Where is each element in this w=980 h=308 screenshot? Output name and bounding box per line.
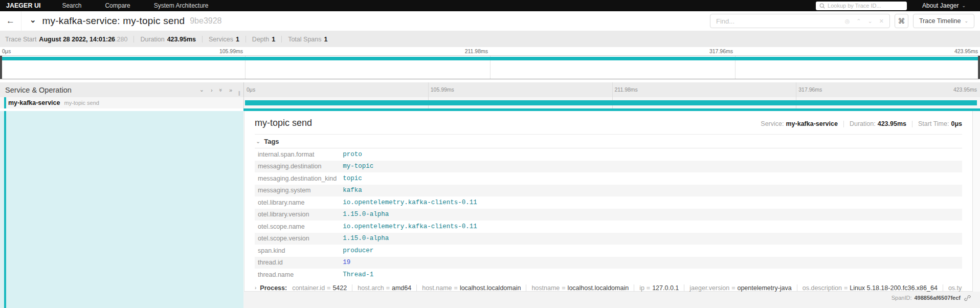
nav-right: About Jaeger ⌄ <box>816 2 966 10</box>
trace-id-search-input[interactable] <box>828 3 903 9</box>
tag-row[interactable]: span.kindproducer <box>255 245 962 257</box>
divider <box>912 121 912 127</box>
divider <box>943 284 943 291</box>
trace-id-search-box[interactable] <box>816 2 907 10</box>
detail-left-gutter <box>0 111 243 308</box>
ruler-tick: 105.99ms <box>431 86 454 93</box>
trace-view-select[interactable]: Trace Timeline ⌄ <box>913 14 974 28</box>
process-kv: host.arch=amd64 <box>358 284 411 292</box>
brand-logo[interactable]: JAEGER UI <box>6 2 40 9</box>
total-spans-label: Total Spans <box>288 36 321 43</box>
service-value: my-kafka-service <box>786 120 837 127</box>
tag-key: otel.scope.name <box>255 221 340 233</box>
span-duration-bar[interactable] <box>245 100 977 105</box>
divider <box>526 284 526 291</box>
trace-id-short: 9be3928 <box>190 16 221 26</box>
focus-match-icon[interactable]: ◎ <box>845 18 850 25</box>
start-time-value: 0μs <box>951 120 962 127</box>
minimap-span-bar <box>0 57 980 60</box>
tag-value: kafka <box>340 185 962 197</box>
nav-item-compare[interactable]: Compare <box>105 2 130 9</box>
divider <box>634 284 634 291</box>
tags-section-label: Tags <box>264 138 279 145</box>
span-row[interactable]: my-kafka-service my-topic send <box>0 97 980 108</box>
ruler-tick: 211.98ms <box>615 86 638 93</box>
find-input[interactable] <box>710 17 845 25</box>
process-kv: os.description=Linux 5.18.18-200.fc36.x8… <box>803 284 938 292</box>
expand-one-icon[interactable]: › <box>211 87 213 93</box>
detail-header: my-topic send Service: my-kafka-service … <box>255 111 962 128</box>
ruler-tick: 317.96ms <box>798 86 822 93</box>
timeline-minimap[interactable] <box>0 55 980 79</box>
span-detail-card: my-topic send Service: my-kafka-service … <box>244 111 973 292</box>
tag-row[interactable]: thread.nameThread-1 <box>255 269 962 281</box>
deep-link-icon[interactable] <box>964 295 971 301</box>
process-kv: host.name=localhost.localdomain <box>422 284 521 292</box>
prev-match-icon[interactable]: ⌃ <box>856 18 861 25</box>
tag-row[interactable]: otel.scope.nameio.opentelemetry.kafka-cl… <box>255 221 962 233</box>
tag-row[interactable]: messaging.systemkafka <box>255 185 962 197</box>
minimap-tick: 211.98ms <box>465 48 488 54</box>
next-match-icon[interactable]: ⌄ <box>868 18 873 25</box>
span-name-cell[interactable]: my-kafka-service my-topic send <box>8 97 99 108</box>
span-id-value: 498856af6507fecf <box>914 295 961 301</box>
tag-value: my-topic <box>340 161 962 173</box>
chevron-right-icon: › <box>255 285 256 291</box>
divider <box>281 36 282 42</box>
collapse-all-icon[interactable]: » <box>218 88 224 91</box>
detail-footer: SpanID: 498856af6507fecf <box>243 292 980 308</box>
minimap-tick: 105.99ms <box>219 48 243 54</box>
collapse-trace-header-toggle[interactable]: ⌄ <box>30 15 36 25</box>
tag-key: messaging.system <box>255 185 340 197</box>
services-value: 1 <box>236 36 239 43</box>
detail-operation-title: my-topic send <box>255 118 312 128</box>
trace-title: my-kafka-service: my-topic send <box>42 15 185 27</box>
ruler-gridline <box>796 82 796 97</box>
divider <box>843 121 844 127</box>
span-id-label: SpanID: <box>892 295 912 301</box>
chevron-down-icon: ⌄ <box>30 15 36 24</box>
tags-section-toggle[interactable]: ⌄ Tags <box>255 135 962 148</box>
tag-row[interactable]: messaging.destination_kindtopic <box>255 172 962 185</box>
about-jaeger-menu[interactable]: About Jaeger ⌄ <box>922 2 966 9</box>
back-button[interactable]: ← <box>0 11 21 31</box>
collapse-one-icon[interactable]: ⌄ <box>199 86 204 93</box>
nav-item-search[interactable]: Search <box>62 2 81 9</box>
tag-value: proto <box>340 148 962 161</box>
duration-label: Duration: <box>850 120 876 127</box>
trace-start-millis: .280 <box>115 36 127 43</box>
tag-value: 1.15.0-alpha <box>340 233 962 245</box>
chevron-down-icon: ⌄ <box>256 138 260 145</box>
tag-row[interactable]: thread.id19 <box>255 257 962 269</box>
tag-row[interactable]: internal.span.formatproto <box>255 148 962 161</box>
column-resizer-grip[interactable]: ∥ <box>238 91 241 96</box>
tag-key: messaging.destination_kind <box>255 172 340 185</box>
minimap-tick: 423.95ms <box>954 48 978 54</box>
find-box[interactable]: ◎ ⌃ ⌄ ✕ <box>710 14 890 28</box>
trace-toolbar: ◎ ⌃ ⌄ ✕ ⌘ Trace Timeline ⌄ <box>710 14 974 28</box>
detail-meta: Service: my-kafka-service Duration: 423.… <box>761 120 962 127</box>
minimap-right-scrubber[interactable] <box>978 56 980 79</box>
minimap-tick: 0μs <box>2 48 11 54</box>
services-label: Services <box>209 36 233 43</box>
expand-all-icon[interactable]: » <box>229 87 232 93</box>
keyboard-shortcuts-button[interactable]: ⌘ <box>895 14 908 28</box>
tag-key: otel.scope.version <box>255 233 340 245</box>
nav-item-system-architecture[interactable]: System Architecture <box>154 2 209 9</box>
tag-row[interactable]: otel.scope.version1.15.0-alpha <box>255 233 962 245</box>
process-row[interactable]: › Process: container.id=5422 host.arch=a… <box>255 284 962 292</box>
depth-label: Depth <box>252 36 269 43</box>
tag-value: producer <box>340 245 962 257</box>
span-service-name: my-kafka-service <box>8 99 60 106</box>
search-icon <box>819 3 825 9</box>
tag-key: internal.span.format <box>255 148 340 161</box>
tag-row[interactable]: otel.library.nameio.opentelemetry.kafka-… <box>255 196 962 209</box>
minimap-left-scrubber[interactable] <box>0 56 2 79</box>
tag-row[interactable]: messaging.destinationmy-topic <box>255 161 962 173</box>
tag-key: thread.name <box>255 269 340 281</box>
tag-row[interactable]: otel.library.version1.15.0-alpha <box>255 209 962 221</box>
trace-summary-bar: Trace Start August 28 2022, 14:01:26 .28… <box>0 31 980 47</box>
divider <box>202 36 203 42</box>
clear-find-icon[interactable]: ✕ <box>879 18 884 25</box>
trace-start-label: Trace Start <box>5 36 36 43</box>
